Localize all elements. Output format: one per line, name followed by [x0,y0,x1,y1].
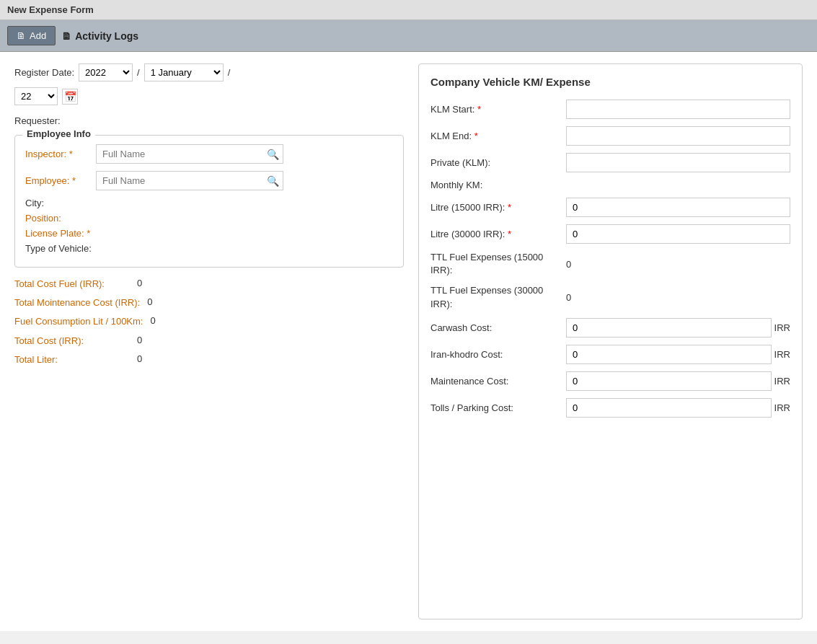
inspector-search-icon[interactable]: 🔍 [267,149,279,160]
maintenance-unit: IRR [774,376,790,387]
register-date-label: Register Date: [14,67,74,78]
right-panel: Company Vehicle KM/ Expense KLM Start: *… [418,63,803,619]
year-select[interactable]: 2022 2021 2020 2019 [79,63,133,81]
klm-end-label: KLM End: * [430,131,560,141]
monthly-km-label: Monthly KM: [430,180,560,190]
employee-row: Employee: * 🔍 [25,171,393,190]
total-cost-value: 0 [137,335,142,345]
employee-info-title: Employee Info [22,128,95,139]
litre-30000-row: Litre (30000 IRR): * [430,224,790,244]
employee-search-wrap: 🔍 [96,171,283,190]
carwash-cost-label: Carwash Cost: [430,322,560,333]
fuel-consumption-value: 0 [150,315,155,326]
iran-khodro-row: Iran-khodro Cost: IRR [430,345,790,364]
toolbar: 🗎 Add 🗎 Activity Logs [0,20,817,52]
total-liter-label: Total Liter: [14,353,130,366]
requester-label: Requester: [14,115,61,126]
carwash-cost-input[interactable] [566,318,772,338]
litre-30000-label: Litre (30000 IRR): * [430,229,560,239]
carwash-cost-row: Carwash Cost: IRR [430,318,790,338]
maintenance-cost-label: Maintenance Cost: [430,376,560,387]
maintenance-cost-input[interactable] [566,371,772,391]
ttl-fuel-15000-value: 0 [566,259,571,270]
total-maintenance-value: 0 [147,296,152,307]
vehicle-type-row: Type of Vehicle: [25,243,393,254]
carwash-unit: IRR [774,322,790,333]
total-liter-row: Total Liter: 0 [14,353,404,366]
title-bar: New Expense Form [0,0,817,20]
maintenance-input-wrap: IRR [566,371,790,391]
private-klm-row: Private (KLM): [430,153,790,172]
activity-logs-doc-icon: 🗎 [61,30,71,42]
total-cost-row: Total Cost (IRR): 0 [14,335,404,348]
tolls-parking-label: Tolls / Parking Cost: [430,402,560,413]
inspector-search-wrap: 🔍 [96,144,283,164]
city-label: City: [25,198,44,208]
iran-khodro-input-wrap: IRR [566,345,790,364]
position-label: Position: [25,213,61,224]
litre-15000-row: Litre (15000 IRR): * [430,198,790,217]
maintenance-cost-row: Maintenance Cost: IRR [430,371,790,391]
employee-search-icon[interactable]: 🔍 [267,175,279,187]
monthly-km-row: Monthly KM: [430,180,790,190]
klm-end-row: KLM End: * [430,126,790,146]
fuel-consumption-row: Fuel Consumption Lit / 100Km: 0 [14,315,404,328]
day-select[interactable]: 22 12345 678910 1112131415 1617181920 21… [14,87,58,105]
iran-khodro-input[interactable] [566,345,772,364]
iran-khodro-unit: IRR [774,349,790,360]
ttl-fuel-30000-row: TTL Fuel Expenses (30000IRR): 0 [430,284,790,310]
add-doc-icon: 🗎 [17,30,26,41]
total-maintenance-row: Total Mointenance Cost (IRR): 0 [14,296,404,309]
ttl-fuel-30000-value: 0 [566,292,571,303]
litre-30000-input[interactable] [566,224,790,244]
city-row: City: [25,198,393,208]
total-liter-value: 0 [137,353,142,364]
ttl-fuel-30000-label: TTL Fuel Expenses (30000IRR): [430,284,560,310]
activity-logs-link[interactable]: 🗎 Activity Logs [61,30,138,42]
inspector-label: Inspector: * [25,149,90,159]
inspector-row: Inspector: * 🔍 [25,144,393,164]
tolls-parking-unit: IRR [774,402,790,413]
window-title: New Expense Form [7,4,94,15]
total-cost-fuel-value: 0 [137,278,142,288]
klm-start-row: KLM Start: * [430,100,790,119]
employee-input[interactable] [96,171,283,190]
total-cost-fuel-label: Total Cost Fuel (IRR): [14,278,130,291]
private-klm-input[interactable] [566,153,790,172]
ttl-fuel-15000-label: TTL Fuel Expenses (15000IRR): [430,251,560,277]
litre-15000-input[interactable] [566,198,790,217]
litre-15000-label: Litre (15000 IRR): * [430,202,560,213]
employee-label: Employee: * [25,175,90,186]
klm-start-input[interactable] [566,100,790,119]
carwash-input-wrap: IRR [566,318,790,338]
inspector-input[interactable] [96,144,283,164]
month-select[interactable]: 1 January 2 February 3 March 4 April 5 M… [144,63,224,81]
vehicle-type-label: Type of Vehicle: [25,243,92,254]
total-cost-label: Total Cost (IRR): [14,335,130,348]
iran-khodro-label: Iran-khodro Cost: [430,349,560,360]
ttl-fuel-15000-row: TTL Fuel Expenses (15000IRR): 0 [430,251,790,277]
cost-section: Total Cost Fuel (IRR): 0 Total Mointenan… [14,278,404,366]
tolls-parking-row: Tolls / Parking Cost: IRR [430,398,790,418]
license-plate-row: License Plate: * [25,228,393,239]
tolls-parking-input-wrap: IRR [566,398,790,418]
total-cost-fuel-row: Total Cost Fuel (IRR): 0 [14,278,404,291]
position-row: Position: [25,213,393,224]
klm-start-label: KLM Start: * [430,104,560,115]
register-date-row: Register Date: 2022 2021 2020 2019 / 1 J… [14,63,404,81]
total-maintenance-label: Total Mointenance Cost (IRR): [14,296,140,309]
employee-info-box: Employee Info Inspector: * 🔍 Employee: * [14,135,404,268]
tolls-parking-input[interactable] [566,398,772,418]
private-klm-label: Private (KLM): [430,157,560,168]
license-plate-label: License Plate: * [25,228,90,239]
right-panel-title: Company Vehicle KM/ Expense [430,76,790,88]
fuel-consumption-label: Fuel Consumption Lit / 100Km: [14,315,143,328]
requester-row: Requester: [14,115,404,126]
add-button[interactable]: 🗎 Add [7,26,56,45]
calendar-icon[interactable]: 📅 [62,89,78,105]
klm-end-input[interactable] [566,126,790,146]
left-panel: Register Date: 2022 2021 2020 2019 / 1 J… [14,63,404,619]
